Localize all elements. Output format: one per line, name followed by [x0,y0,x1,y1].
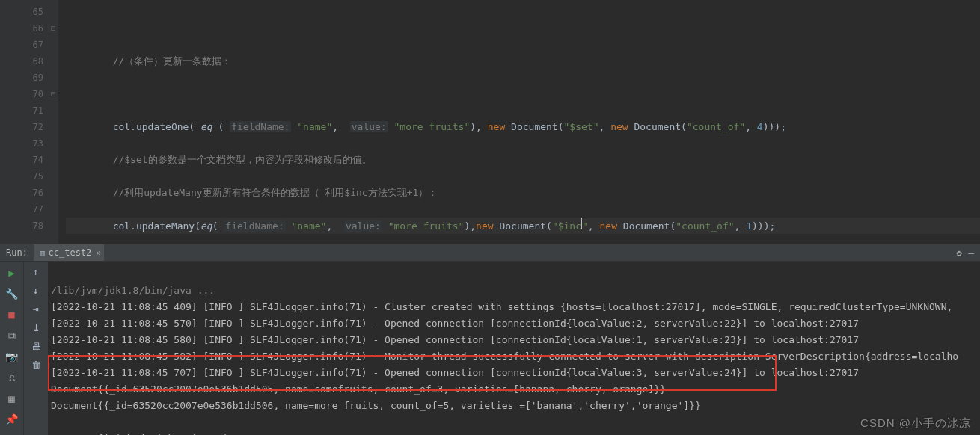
down-icon[interactable]: ↓ [33,285,39,296]
line-no: 67 [0,37,43,53]
wrap-icon[interactable]: ⇥ [33,303,39,315]
scroll-icon[interactable]: ⤓ [32,322,40,333]
console-line: [2022-10-21 11:08:45 409] [INFO ] SLF4JL… [51,301,952,312]
trash-icon[interactable]: 🗑 [31,360,41,371]
console-line: Document{{_id=63520cc2007e0e536b1dd505, … [51,383,666,395]
line-no: 65 [0,4,43,20]
run-console: ▶ 🔧 ■ ⧉ 📷 ⎌ ▦ 📌 ↑ ↓ ⇥ ⤓ 🖶 🗑 /lib/jvm/jdk… [0,262,980,435]
console-line: [2022-10-21 11:08:45 707] [INFO ] SLF4JL… [51,367,859,378]
up-icon[interactable]: ↑ [33,266,39,277]
run-toolbar-left: ▶ 🔧 ■ ⧉ 📷 ⎌ ▦ 📌 [0,262,24,435]
line-no: 66 [0,20,43,37]
console-line: [2022-10-21 11:08:45 570] [INFO ] SLF4JL… [51,318,859,329]
run-toolbar-inner: ↑ ↓ ⇥ ⤓ 🖶 🗑 [24,262,48,435]
rerun-icon[interactable]: ▶ [5,266,19,280]
console-line: [2022-10-21 11:08:45 580] [INFO ] SLF4JL… [51,334,859,345]
code-content[interactable]: //（条件）更新一条数据： col.updateOne( eq ( fieldN… [58,0,980,244]
stop-icon[interactable]: ■ [5,308,19,321]
close-icon[interactable]: × [96,248,101,258]
console-line: /lib/jvm/jdk1.8/bin/java ... [51,285,215,296]
line-no: 71 [0,102,43,119]
console-line: Document{{_id=63520cc2007e0e536b1dd506, … [51,400,701,411]
gear-icon[interactable]: ✿ [956,247,962,259]
camera-icon[interactable]: 📷 [5,350,19,363]
pin-icon[interactable]: 📌 [5,413,19,426]
line-no: 77 [0,201,43,218]
run-config-icon: ▥ [40,248,45,258]
line-no: 68 [0,53,43,70]
line-number-gutter: 65 66 67 68 69 70 71 72 73 74 75 76 77 7… [0,0,58,244]
line-no: 78 [0,218,43,234]
run-config-tab[interactable]: ▥ cc_test2 × [34,244,104,261]
line-no: 70 [0,86,43,102]
line-no: 74 [0,152,43,168]
line-no: 76 [0,185,43,201]
fold-minus-icon[interactable]: ⊟ [51,20,55,37]
code-comment: //$set的参数是一个文档类型，内容为字段和修改后的值。 [113,154,372,165]
hide-icon[interactable]: — [968,247,974,259]
line-no: 75 [0,168,43,185]
print-icon[interactable]: 🖶 [31,341,41,352]
run-label: Run: [0,247,34,258]
line-no: 73 [0,135,43,152]
code-editor[interactable]: 65 66 67 68 69 70 71 72 73 74 75 76 77 7… [0,0,980,244]
console-output[interactable]: /lib/jvm/jdk1.8/bin/java ... [2022-10-21… [48,262,980,435]
line-no: 72 [0,119,43,135]
grid-icon[interactable]: ▦ [5,392,19,405]
watermark-text: CSDN @小手の冰凉 [860,416,971,431]
layout-icon[interactable]: ⧉ [5,329,19,342]
wrench-icon[interactable]: 🔧 [5,287,19,300]
exit-icon[interactable]: ⎌ [5,371,19,384]
console-line: [2022-10-21 11:08:45 582] [INFO ] SLF4JL… [51,351,958,362]
code-comment: //利用updateMany更新所有符合条件的数据（ 利用$inc方法实现+1）… [113,187,438,198]
run-tool-header: Run: ▥ cc_test2 × ✿ — [0,244,980,262]
fold-minus-icon[interactable]: ⊟ [51,86,55,102]
line-no: 69 [0,70,43,86]
code-comment: //（条件）更新一条数据： [113,55,232,67]
run-config-name: cc_test2 [49,247,92,258]
